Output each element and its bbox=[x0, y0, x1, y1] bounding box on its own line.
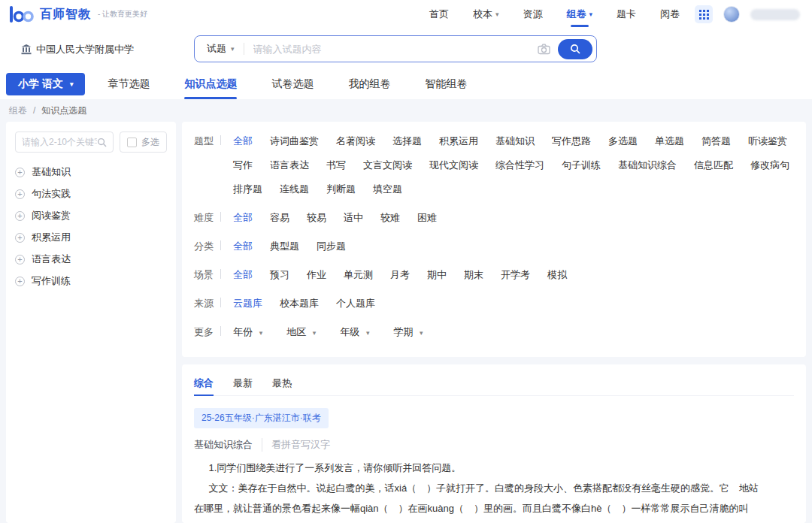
expand-plus-icon[interactable]: + bbox=[15, 168, 25, 177]
expand-plus-icon[interactable]: + bbox=[15, 233, 25, 243]
function-tab[interactable]: 知识点选题 bbox=[184, 69, 237, 99]
function-tab[interactable]: 我的组卷 bbox=[348, 69, 390, 99]
top-right-group: 首页 校本 ▾ 资源 组卷 ▾ 题卡 bbox=[429, 0, 800, 29]
filter-option[interactable]: 多选题 bbox=[608, 135, 638, 148]
tree-item[interactable]: + 写作训练 bbox=[15, 274, 167, 288]
avatar[interactable] bbox=[723, 6, 740, 23]
sort-tab[interactable]: 最热 bbox=[272, 370, 292, 396]
school-name[interactable]: 中国人民大学附属中学 bbox=[21, 43, 134, 56]
breadcrumb-root[interactable]: 组卷 bbox=[9, 104, 27, 117]
divider bbox=[220, 240, 221, 250]
nav-item[interactable]: 阅卷 bbox=[660, 0, 680, 29]
filter-option[interactable]: 作业 bbox=[307, 268, 326, 282]
filter-dropdown[interactable]: 地区 ▾ bbox=[286, 325, 316, 339]
filter-option[interactable]: 排序题 bbox=[233, 183, 262, 196]
filter-option[interactable]: 写作 bbox=[233, 159, 253, 172]
search-icon[interactable] bbox=[97, 138, 107, 147]
filter-option[interactable]: 判断题 bbox=[326, 183, 356, 196]
filter-option[interactable]: 填空题 bbox=[373, 183, 402, 196]
filter-option[interactable]: 全部 bbox=[233, 268, 253, 282]
filter-option[interactable]: 诗词曲鉴赏 bbox=[270, 135, 319, 148]
filter-option[interactable]: 月考 bbox=[390, 268, 410, 282]
content-body: 多选 + 基础知识 + 句法实践 + bbox=[6, 122, 806, 523]
filter-option[interactable]: 单选题 bbox=[655, 135, 684, 148]
keyword-search-input[interactable] bbox=[22, 137, 97, 147]
nav-item[interactable]: 资源 bbox=[523, 0, 542, 29]
nav-item[interactable]: 题卡 bbox=[617, 0, 636, 29]
expand-plus-icon[interactable]: + bbox=[15, 255, 25, 265]
filter-option[interactable]: 期末 bbox=[464, 268, 483, 282]
multi-select-toggle[interactable]: 多选 bbox=[120, 132, 167, 153]
camera-search-icon[interactable] bbox=[538, 44, 550, 55]
filter-option[interactable]: 全部 bbox=[233, 240, 253, 253]
tree-item[interactable]: + 基础知识 bbox=[15, 165, 167, 179]
filter-option[interactable]: 云题库 bbox=[233, 297, 262, 310]
search-category-dropdown[interactable]: 试题 ▾ bbox=[195, 42, 244, 56]
filter-option[interactable]: 校本题库 bbox=[280, 297, 319, 310]
filter-option[interactable]: 模拟 bbox=[547, 268, 567, 282]
filter-option[interactable]: 容易 bbox=[270, 211, 289, 225]
filter-option[interactable]: 综合性学习 bbox=[495, 159, 544, 172]
user-name-blurred[interactable] bbox=[750, 9, 800, 20]
function-tabs: 章节选题 知识点选题 试卷选题 我的组卷 智能组卷 bbox=[108, 69, 467, 99]
multi-select-checkbox[interactable] bbox=[127, 138, 137, 147]
filter-option[interactable]: 期中 bbox=[427, 268, 447, 282]
expand-plus-icon[interactable]: + bbox=[15, 189, 25, 199]
filter-option[interactable]: 基础知识 bbox=[495, 135, 535, 148]
logo[interactable]: 百师智教 - 让教育更美好 bbox=[9, 6, 147, 23]
filter-dropdown[interactable]: 年级 ▾ bbox=[340, 325, 369, 339]
topic-tag[interactable]: 看拼音写汉字 bbox=[262, 438, 330, 452]
tree-item[interactable]: + 阅读鉴赏 bbox=[15, 209, 167, 222]
filter-option[interactable]: 个人题库 bbox=[336, 297, 375, 310]
filter-option[interactable]: 连线题 bbox=[280, 183, 309, 196]
filter-option[interactable]: 预习 bbox=[270, 268, 289, 282]
nav-item[interactable]: 首页 bbox=[429, 0, 449, 29]
filter-option[interactable]: 简答题 bbox=[701, 135, 731, 148]
filter-option[interactable]: 修改病句 bbox=[750, 159, 789, 172]
filter-option[interactable]: 积累运用 bbox=[439, 135, 478, 148]
sort-tab[interactable]: 综合 bbox=[194, 370, 214, 396]
filter-dropdown[interactable]: 年份 ▾ bbox=[233, 325, 262, 339]
filter-option[interactable]: 现代文阅读 bbox=[429, 159, 478, 172]
filter-option[interactable]: 信息匹配 bbox=[694, 159, 733, 172]
logo-icon bbox=[9, 6, 35, 23]
function-tab[interactable]: 章节选题 bbox=[108, 69, 150, 99]
filter-option[interactable]: 典型题 bbox=[270, 240, 299, 253]
nav-item[interactable]: 校本 ▾ bbox=[473, 0, 499, 29]
filter-option[interactable]: 听读鉴赏 bbox=[748, 135, 787, 148]
expand-plus-icon[interactable]: + bbox=[15, 211, 25, 221]
filter-option[interactable]: 基础知识综合 bbox=[618, 159, 677, 172]
subject-selector-button[interactable]: 小学 语文 ▾ bbox=[6, 73, 85, 95]
filter-option[interactable]: 名著阅读 bbox=[336, 135, 375, 148]
filter-option[interactable]: 同步题 bbox=[317, 240, 346, 253]
function-tab[interactable]: 试卷选题 bbox=[271, 69, 314, 99]
filter-option[interactable]: 适中 bbox=[344, 211, 363, 225]
topic-tag[interactable]: 基础知识综合 bbox=[194, 438, 253, 452]
tree-item[interactable]: + 句法实践 bbox=[15, 187, 167, 201]
filter-option[interactable]: 写作思路 bbox=[552, 135, 591, 148]
filter-option[interactable]: 文言文阅读 bbox=[363, 159, 412, 172]
chevron-down-icon: ▾ bbox=[70, 81, 74, 88]
filter-option[interactable]: 较易 bbox=[307, 211, 326, 225]
filter-option[interactable]: 困难 bbox=[417, 211, 437, 225]
filter-option[interactable]: 较难 bbox=[380, 211, 400, 225]
filter-option[interactable]: 句子训练 bbox=[562, 159, 601, 172]
tree-item[interactable]: + 积累运用 bbox=[15, 231, 167, 244]
filter-option[interactable]: 书写 bbox=[326, 159, 346, 172]
nav-item[interactable]: 组卷 ▾ bbox=[566, 0, 592, 29]
tree-item[interactable]: + 语言表达 bbox=[15, 252, 167, 266]
filter-option[interactable]: 语言表达 bbox=[270, 159, 309, 172]
question-source-tag[interactable]: 25-26五年级·广东湛江市·联考 bbox=[194, 408, 329, 428]
filter-option[interactable]: 开学考 bbox=[501, 268, 530, 282]
search-button[interactable] bbox=[558, 39, 592, 59]
filter-dropdown[interactable]: 学期 ▾ bbox=[393, 325, 423, 339]
sort-tab[interactable]: 最新 bbox=[233, 370, 253, 396]
function-tab[interactable]: 智能组卷 bbox=[425, 69, 467, 99]
expand-plus-icon[interactable]: + bbox=[15, 277, 25, 286]
filter-option[interactable]: 全部 bbox=[233, 211, 253, 225]
filter-option[interactable]: 全部 bbox=[233, 135, 253, 148]
search-input[interactable] bbox=[244, 44, 538, 55]
filter-option[interactable]: 选择题 bbox=[392, 135, 422, 148]
filter-option[interactable]: 单元测 bbox=[344, 268, 373, 282]
apps-grid-button[interactable] bbox=[695, 5, 713, 23]
